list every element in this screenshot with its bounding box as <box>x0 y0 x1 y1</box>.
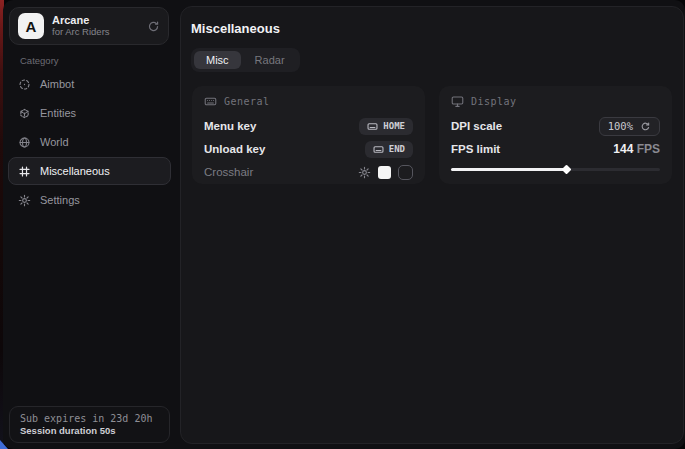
sub-expiry-text: Sub expires in 23d 20h <box>20 413 159 424</box>
crosshair-icon <box>18 78 31 91</box>
app-name: Arcane <box>52 14 139 27</box>
subscription-info: Sub expires in 23d 20h Session duration … <box>9 406 170 443</box>
cheat-menu-window: A Arcane for Arc Riders Category <box>3 0 685 449</box>
dpi-scale-row: DPI scale 100% <box>451 116 660 136</box>
reload-icon[interactable] <box>640 121 651 132</box>
fps-limit-unit: FPS <box>637 142 660 156</box>
misc-grid-icon <box>18 165 31 178</box>
refresh-icon[interactable] <box>147 20 160 33</box>
menu-key-row: Menu key HOME <box>204 116 413 136</box>
sidebar: A Arcane for Arc Riders Category <box>3 0 176 449</box>
card-title: General <box>224 96 270 107</box>
monitor-icon <box>451 95 464 108</box>
tab-radar[interactable]: Radar <box>243 51 297 69</box>
app-subtitle: for Arc Riders <box>52 27 139 38</box>
sidebar-item-label: Aimbot <box>40 78 74 90</box>
slider-fill <box>451 168 566 171</box>
session-duration-text: Session duration 50s <box>20 425 159 436</box>
page-title: Miscellaneous <box>191 21 673 36</box>
keyboard-icon <box>204 95 217 108</box>
sidebar-item-settings[interactable]: Settings <box>8 186 171 214</box>
unload-key-button[interactable]: END <box>365 141 413 158</box>
unload-key-value: END <box>389 144 405 154</box>
crosshair-settings-gear-icon[interactable] <box>358 166 371 179</box>
gear-icon <box>18 194 31 207</box>
sidebar-item-label: Settings <box>40 194 80 206</box>
crosshair-color-swatch[interactable] <box>378 166 391 179</box>
entities-icon <box>18 107 31 120</box>
crosshair-row: Crosshair <box>204 162 413 182</box>
slider-thumb[interactable] <box>561 164 571 174</box>
tab-bar: Misc Radar <box>191 48 300 72</box>
sidebar-item-miscellaneous[interactable]: Miscellaneous <box>8 157 171 185</box>
general-card: General Menu key HOME <box>192 86 425 184</box>
profile-card: A Arcane for Arc Riders <box>9 7 169 45</box>
keyboard-icon <box>373 144 384 155</box>
menu-key-button[interactable]: HOME <box>359 118 413 135</box>
cards-row: General Menu key HOME <box>191 86 673 184</box>
tab-misc[interactable]: Misc <box>194 51 241 69</box>
sidebar-item-aimbot[interactable]: Aimbot <box>8 70 171 98</box>
menu-key-label: Menu key <box>204 120 256 132</box>
sidebar-item-world[interactable]: World <box>8 128 171 156</box>
app-logo: A <box>18 13 44 39</box>
menu-key-value: HOME <box>383 121 405 131</box>
sidebar-item-entities[interactable]: Entities <box>8 99 171 127</box>
unload-key-row: Unload key END <box>204 139 413 159</box>
sidebar-item-label: Miscellaneous <box>40 165 110 177</box>
dpi-scale-control[interactable]: 100% <box>599 117 660 136</box>
keyboard-icon <box>367 121 378 132</box>
sidebar-item-label: Entities <box>40 107 76 119</box>
category-label: Category <box>20 55 59 66</box>
crosshair-label: Crosshair <box>204 166 253 178</box>
fps-limit-slider[interactable] <box>451 165 660 174</box>
main-panel: Miscellaneous Misc Radar General <box>180 6 684 444</box>
card-title: Display <box>471 96 517 107</box>
dpi-scale-value: 100% <box>608 120 633 132</box>
fps-limit-value: 144 <box>613 142 633 156</box>
unload-key-label: Unload key <box>204 143 265 155</box>
dpi-scale-label: DPI scale <box>451 120 502 132</box>
fps-limit-row: FPS limit 144 FPS <box>451 139 660 159</box>
sidebar-nav: Aimbot Entities Wo <box>8 70 171 214</box>
fps-limit-label: FPS limit <box>451 143 500 155</box>
app-window: A Arcane for Arc Riders Category <box>0 0 685 449</box>
display-card: Display DPI scale 100% <box>439 86 672 184</box>
sidebar-item-label: World <box>40 136 69 148</box>
globe-icon <box>18 136 31 149</box>
crosshair-checkbox[interactable] <box>398 165 413 180</box>
